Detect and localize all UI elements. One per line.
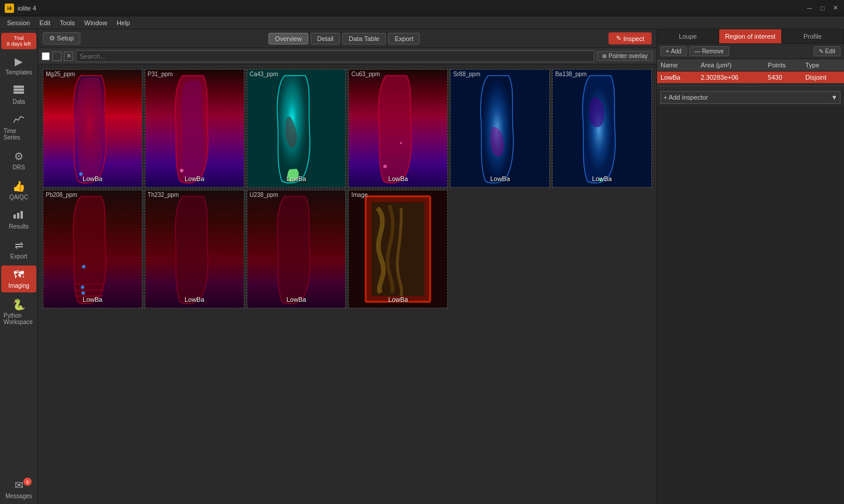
menu-session[interactable]: Session — [2, 18, 35, 28]
sidebar-item-templates[interactable]: ▶ Templates — [1, 52, 36, 79]
inspect-button[interactable]: ✎ Inspect — [608, 32, 652, 45]
channel-label-Image: Image — [351, 192, 367, 198]
drs-icon: ⚙ — [14, 150, 23, 163]
channel-cell-Ca43[interactable]: Ca43_ppm — [247, 69, 346, 188]
channel-label-Pb208: Pb208_ppm — [46, 192, 77, 198]
app-title: iolite 4 — [18, 5, 36, 12]
svg-rect-2 — [13, 91, 24, 94]
setup-button[interactable]: ⚙ Setup — [43, 32, 80, 45]
col-header-name: Name — [657, 59, 697, 71]
menu-tools[interactable]: Tools — [55, 18, 80, 28]
roi-label-Pb208: LowBa — [83, 296, 103, 303]
roi-label-Ba138: LowBa — [592, 175, 612, 182]
col-header-area: Area (μm²) — [697, 59, 764, 71]
sidebar-label-messages: Messages — [5, 493, 32, 499]
tab-profile[interactable]: Profile — [782, 29, 844, 43]
roi-name: LowBa — [657, 71, 697, 84]
channel-cell-Ba138[interactable]: Ba138_ppm — [552, 69, 652, 188]
pointer-overlay-label: Pointer overlay — [608, 53, 648, 59]
edit-roi-button[interactable]: ✎ Edit — [814, 46, 840, 56]
tab-region-of-interest[interactable]: Region of interest — [719, 29, 781, 43]
col-header-points: Points — [764, 59, 802, 71]
minimize-button[interactable]: ─ — [805, 4, 814, 12]
search-input[interactable] — [76, 50, 594, 62]
svg-point-16 — [81, 285, 84, 289]
add-inspector-section: + Add inspector ▼ — [657, 88, 844, 106]
window-controls: ─ □ ✕ — [805, 4, 839, 12]
channel-cell-Th232[interactable]: Th232_ppm LowBa — [145, 190, 244, 308]
sidebar-item-python[interactable]: 🐍 Python Workspace — [1, 295, 36, 329]
sidebar-item-messages[interactable]: ✉ Messages 8 — [1, 475, 36, 503]
maximize-button[interactable]: □ — [818, 4, 826, 12]
roi-toolbar: + Add — Remove ✎ Edit — [657, 44, 844, 59]
sidebar-label-python: Python Workspace — [4, 312, 34, 325]
sidebar: Trial 8 days left ▶ Templates Data Time … — [0, 29, 38, 504]
roi-label-U238: LowBa — [287, 296, 307, 303]
sidebar-item-imaging[interactable]: 🗺 Imaging — [1, 265, 36, 292]
center-panel: ⚙ Setup Overview Detail Data Table Expor… — [38, 29, 656, 504]
results-icon — [13, 210, 25, 222]
deselect-button[interactable] — [52, 52, 62, 61]
add-roi-label: Add — [671, 48, 682, 55]
channel-cell-Image[interactable]: Image LowBa — [348, 190, 448, 308]
sidebar-item-data[interactable]: Data — [1, 81, 36, 108]
sidebar-item-results[interactable]: Results — [1, 206, 36, 233]
svg-rect-5 — [21, 211, 23, 219]
channel-cell-Mg25[interactable]: Mg25_ppm — [43, 69, 142, 188]
sidebar-item-qaqc[interactable]: 👍 QA/QC — [1, 176, 36, 204]
svg-rect-4 — [17, 213, 19, 219]
roi-area: 2.30283e+06 — [697, 71, 764, 84]
channel-cell-Sr88[interactable]: Sr88_ppm — [450, 69, 550, 188]
tab-loupe[interactable]: Loupe — [657, 29, 719, 43]
menu-window[interactable]: Window — [80, 18, 112, 28]
channel-label-Th232: Th232_ppm — [148, 192, 179, 198]
roi-table-container: Name Area (μm²) Points Type LowBa 2.3028… — [657, 59, 844, 84]
close-selection-button[interactable]: ✕ — [64, 52, 73, 61]
svg-point-17 — [81, 291, 85, 295]
select-all-checkbox[interactable] — [42, 52, 50, 60]
tab-datatable[interactable]: Data Table — [342, 33, 386, 45]
svg-rect-1 — [13, 88, 24, 91]
menu-edit[interactable]: Edit — [35, 18, 55, 28]
templates-icon: ▶ — [15, 55, 23, 68]
sidebar-label-imaging: Imaging — [8, 282, 29, 289]
channel-cell-Pb208[interactable]: Pb208_ppm LowBa — [43, 190, 142, 308]
crosshair-icon: ⊕ — [602, 53, 607, 59]
minus-icon: — — [695, 48, 700, 55]
channel-label-Ba138: Ba138_ppm — [555, 71, 587, 77]
sidebar-item-export[interactable]: ⇌ Export — [1, 236, 36, 263]
roi-points: 5430 — [764, 71, 802, 84]
close-button[interactable]: ✕ — [831, 4, 839, 12]
channel-cell-Cu63[interactable]: Cu63_ppm LowBa — [348, 69, 448, 188]
channel-label-Sr88: Sr88_ppm — [453, 71, 480, 77]
tab-export[interactable]: Export — [388, 33, 420, 45]
remove-roi-button[interactable]: — Remove — [689, 46, 729, 56]
channel-label-Cu63: Cu63_ppm — [351, 71, 380, 77]
sidebar-item-timeseries[interactable]: Time Series — [1, 111, 36, 144]
roi-table: Name Area (μm²) Points Type LowBa 2.3028… — [657, 59, 844, 84]
svg-point-15 — [82, 265, 86, 268]
trial-days: 8 days left — [6, 41, 30, 47]
add-roi-button[interactable]: + Add — [661, 46, 687, 56]
menubar: Session Edit Tools Window Help — [0, 16, 844, 29]
main-layout: Trial 8 days left ▶ Templates Data Time … — [0, 29, 844, 504]
inspect-label: Inspect — [624, 35, 644, 42]
imaging-icon: 🗺 — [13, 269, 24, 281]
sidebar-label-results: Results — [9, 223, 28, 230]
sidebar-item-drs[interactable]: ⚙ DRS — [1, 147, 36, 174]
edit-icon: ✎ — [819, 48, 823, 55]
pointer-overlay-button[interactable]: ⊕ Pointer overlay — [597, 51, 653, 61]
data-icon — [13, 85, 25, 97]
channel-cell-U238[interactable]: U238_ppm LowBa — [247, 190, 346, 308]
edit-roi-label: Edit — [825, 48, 835, 55]
roi-row-LowBa[interactable]: LowBa 2.30283e+06 5430 Disjoint — [657, 71, 844, 84]
add-inspector-button[interactable]: + Add inspector ▼ — [661, 91, 840, 104]
roi-label-Mg25: LowBa — [83, 175, 103, 182]
tab-overview[interactable]: Overview — [268, 33, 308, 45]
channel-cell-P31[interactable]: P31_ppm LowBa — [145, 69, 244, 188]
tab-detail[interactable]: Detail — [311, 33, 340, 45]
roi-label-Cu63: LowBa — [389, 175, 409, 182]
menu-help[interactable]: Help — [112, 18, 135, 28]
remove-roi-label: Remove — [702, 48, 724, 55]
messages-badge: 8 — [23, 478, 32, 486]
